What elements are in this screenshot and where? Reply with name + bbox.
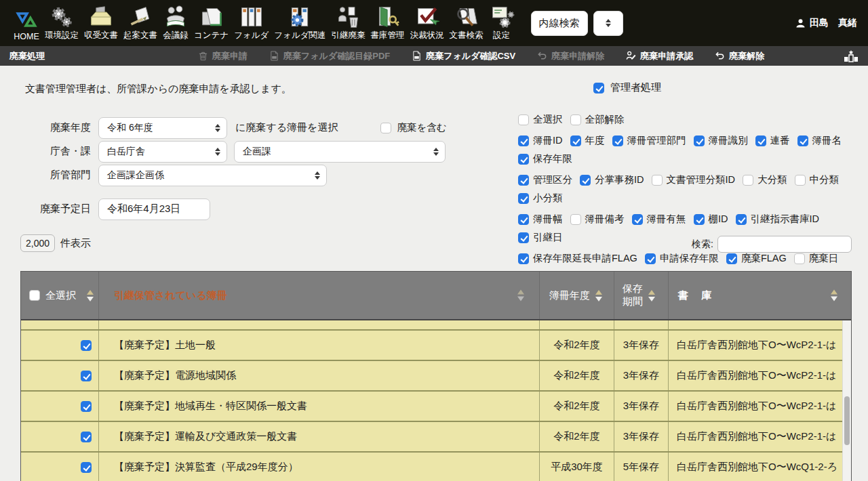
display-count-select[interactable]: 2,000 [20, 234, 55, 252]
checkbox[interactable] [518, 154, 529, 165]
column-toggle-簿冊識別[interactable]: 簿冊識別 [694, 134, 748, 147]
row-checkbox[interactable] [81, 401, 92, 412]
topnav-item-フォルダ関連[interactable]: フォルダ関連 [271, 3, 328, 43]
column-toggle-連番[interactable]: 連番 [755, 134, 790, 147]
checkbox[interactable] [518, 175, 529, 186]
row-checkbox[interactable] [81, 432, 92, 442]
table-row[interactable]: 【廃棄予定】電源地域関係令和2年度3年保存白岳庁舎西別館地下O〜WcP2-1-は [21, 361, 851, 392]
checkbox[interactable] [518, 253, 529, 264]
column-toggle-簿冊有無[interactable]: 簿冊有無 [632, 213, 686, 226]
sort-arrows-icon[interactable] [831, 290, 837, 301]
topnav-item-決裁状況[interactable]: 決裁状況 [408, 3, 447, 43]
admin-process-checkbox[interactable] [593, 83, 604, 93]
column-toggle-簿冊幅[interactable]: 簿冊幅 [518, 213, 563, 226]
header-book-year[interactable]: 簿冊年度 [540, 272, 614, 319]
checkbox[interactable] [736, 214, 747, 225]
topnav-item-コンテナ[interactable]: コンテナ [191, 3, 231, 43]
table-row[interactable]: 【廃棄予定】土地一般令和2年度3年保存白岳庁舎西別館地下O〜WcP2-1-は [21, 331, 851, 361]
sort-arrows-icon[interactable] [595, 290, 602, 301]
column-toggle-管理区分[interactable]: 管理区分 [518, 173, 572, 186]
checkbox[interactable] [645, 253, 656, 264]
user-menu[interactable]: 田島 真緒 [795, 17, 857, 29]
checkbox[interactable] [694, 214, 705, 225]
column-toggle-簿冊名[interactable]: 簿冊名 [797, 134, 842, 147]
topnav-item-文書検索[interactable]: 文書検索 [447, 3, 486, 43]
search-input[interactable] [717, 236, 852, 253]
select-all-toggle[interactable]: 全選択 [518, 113, 563, 126]
column-toggle-引継指示書庫ID[interactable]: 引継指示書庫ID [736, 213, 820, 226]
menu-item-廃棄申請承認[interactable]: 廃棄申請承認 [626, 50, 693, 62]
menu-item-廃棄フォルダ確認CSV[interactable]: 廃棄フォルダ確認CSV [412, 50, 515, 62]
topnav-item-収受文書[interactable]: 収受文書 [81, 3, 121, 43]
checkbox[interactable] [795, 175, 806, 186]
row-select-cell[interactable] [21, 453, 99, 481]
row-checkbox[interactable] [81, 340, 92, 351]
table-scrollbar-thumb[interactable] [844, 396, 850, 445]
disposal-year-select[interactable]: 令和 6年度 [98, 117, 227, 139]
building-select[interactable]: 白岳庁舎 [98, 141, 227, 163]
topnav-item-会議録[interactable]: 会議録 [160, 3, 191, 43]
column-toggle-小分類[interactable]: 小分類 [518, 192, 563, 205]
checkbox[interactable] [580, 175, 591, 186]
column-toggle-廃棄FLAG[interactable]: 廃棄FLAG [726, 252, 787, 265]
podium-star-icon[interactable] [844, 50, 859, 62]
row-checkbox[interactable] [81, 371, 92, 381]
checkbox[interactable] [726, 253, 737, 264]
header-retention[interactable]: 保存 期間 [614, 272, 669, 319]
sort-arrows-icon[interactable] [517, 290, 524, 301]
clear-all-checkbox[interactable] [570, 114, 581, 125]
row-select-cell[interactable] [21, 361, 99, 390]
sort-arrows-icon[interactable] [648, 290, 655, 301]
section-select[interactable]: 企画課 [234, 141, 446, 163]
column-toggle-大分類[interactable]: 大分類 [743, 173, 787, 186]
column-toggle-簿冊ID[interactable]: 簿冊ID [518, 134, 563, 147]
column-toggle-申請保存年限[interactable]: 申請保存年限 [645, 252, 719, 265]
clear-all-toggle[interactable]: 全部解除 [570, 113, 625, 126]
column-toggle-分掌事務ID[interactable]: 分掌事務ID [580, 173, 644, 186]
checkbox[interactable] [797, 135, 808, 146]
row-select-cell[interactable] [21, 320, 99, 329]
row-select-cell[interactable] [21, 392, 99, 421]
table-scrollbar[interactable] [842, 320, 851, 481]
include-disposed-checkbox[interactable] [380, 123, 391, 133]
checkbox[interactable] [612, 135, 623, 146]
checkbox[interactable] [570, 135, 581, 146]
column-toggle-簿冊備考[interactable]: 簿冊備考 [570, 213, 625, 226]
table-row[interactable]: 【廃棄予定】決算監査（平成29年度分）平成30年度5年保存白岳庁舎西別館地下O〜… [21, 453, 851, 481]
column-toggle-年度[interactable]: 年度 [570, 134, 605, 147]
header-book-name[interactable]: 引継保管されている簿冊 [99, 272, 540, 319]
header-storage[interactable]: 書 庫 [669, 272, 851, 319]
extension-select[interactable] [593, 11, 623, 36]
topnav-item-設定[interactable]: 設定 [486, 3, 517, 43]
column-toggle-保存年限延長申請FLAG[interactable]: 保存年限延長申請FLAG [518, 252, 637, 265]
checkbox[interactable] [694, 135, 705, 146]
department-select[interactable]: 企画課企画係 [98, 165, 327, 186]
menu-item-廃棄解除[interactable]: 廃棄解除 [715, 50, 764, 62]
header-select-all-checkbox[interactable] [29, 290, 40, 301]
header-select-all-cell[interactable]: 全選択 [21, 272, 99, 319]
topnav-item-起案文書[interactable]: 起案文書 [121, 3, 160, 43]
disposal-date-input[interactable]: 令和6年4月23日 [98, 198, 210, 220]
topnav-item-フォルダ[interactable]: フォルダ [231, 3, 271, 43]
topnav-item-環境設定[interactable]: 環境設定 [42, 3, 81, 43]
column-toggle-中分類[interactable]: 中分類 [795, 173, 840, 186]
checkbox[interactable] [794, 253, 805, 264]
row-checkbox[interactable] [81, 462, 92, 473]
include-disposed-toggle[interactable]: 廃棄を含む [380, 121, 446, 134]
column-toggle-文書管理分類ID[interactable]: 文書管理分類ID [652, 173, 736, 186]
checkbox[interactable] [518, 214, 529, 225]
row-select-cell[interactable] [21, 331, 99, 360]
checkbox[interactable] [518, 135, 529, 146]
checkbox[interactable] [518, 193, 529, 204]
column-toggle-引継日[interactable]: 引継日 [518, 231, 563, 244]
topnav-item-HOME[interactable]: HOME [11, 5, 42, 43]
column-toggle-保存年限[interactable]: 保存年限 [518, 152, 572, 165]
table-row[interactable]: 【廃棄予定】運輸及び交通政策一般文書令和2年度3年保存白岳庁舎西別館地下O〜Wc… [21, 422, 851, 453]
sort-arrows-icon[interactable] [87, 290, 94, 301]
column-toggle-簿冊管理部門[interactable]: 簿冊管理部門 [612, 134, 686, 147]
topnav-item-引継廃棄[interactable]: 引継廃棄 [329, 3, 368, 43]
column-toggle-棚ID[interactable]: 棚ID [694, 213, 728, 226]
extension-search-button[interactable]: 内線検索 [531, 11, 588, 36]
select-all-checkbox[interactable] [518, 114, 529, 125]
column-toggle-廃棄日[interactable]: 廃棄日 [794, 252, 839, 265]
